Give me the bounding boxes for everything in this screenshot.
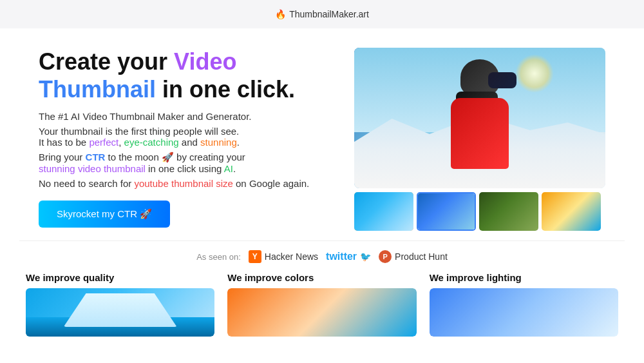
tagline2-comma1: , [118,137,124,148]
tagline4: No need to search for youtube thumbnail … [39,178,328,189]
thumbnail-1[interactable] [354,192,413,231]
feature-lighting-image [430,288,618,337]
tagline2-dot: . [237,137,240,148]
tagline3-dot: . [233,163,236,174]
feature-lighting: We improve lighting [423,272,625,337]
tagline3: Bring your CTR to the moon 🚀 by creating… [39,152,328,174]
feature-quality: We improve quality [19,272,221,337]
main-content: Create your Video Thumbnail in one click… [0,28,644,240]
flame-icon: 🔥 [275,9,286,19]
tagline2-prefix2: It has to be [39,137,89,148]
thumbnail-strip [354,192,605,231]
tagline2-eye-catching: eye-catching [124,137,179,148]
hero-title: Create your Video Thumbnail in one click… [39,48,328,103]
hero-title-thumbnail: Thumbnail [39,76,156,103]
feature-quality-title: We improve quality [26,272,214,283]
climber-figure [438,59,522,175]
hero-left: Create your Video Thumbnail in one click… [39,48,328,231]
hn-text: Hacker News [265,251,318,262]
features-section: We improve quality We improve colors We … [0,272,644,337]
helmet [460,59,499,95]
tagline4-yt-size: youtube thumbnail size [134,178,232,189]
feature-colors-title: We improve colors [227,272,416,283]
tagline3-ai: AI [224,163,233,174]
tagline2-stunning: stunning [200,137,237,148]
tagline3-stunning-video: stunning video thumbnail [39,163,146,174]
producthunt-badge[interactable]: P Product Hunt [379,250,448,263]
helmet-visor [488,72,516,88]
feature-quality-bg [26,288,214,337]
tagline1: The #1 AI Video Thumbnail Maker and Gene… [39,111,328,122]
hero-right [354,48,605,231]
tagline3-prefix: Bring your [39,152,86,162]
hero-title-create: Create your [39,48,174,75]
tagline2: Your thumbnail is the first thing people… [39,126,328,148]
feature-colors-image [227,288,416,337]
as-seen-label: As seen on: [196,252,241,262]
thumb2-scene [418,193,475,230]
hero-title-video: Video [174,48,236,75]
hero-scene [354,48,605,188]
thumbnail-2[interactable] [417,192,476,231]
feature-quality-image [26,288,214,337]
thumb3-scene [479,192,538,231]
cta-button[interactable]: Skyrocket my CTR 🚀 [39,201,170,228]
thumb1-scene [354,192,413,231]
hero-title-rest: in one click. [156,76,295,103]
tagline2-line1: Your thumbnail is the first thing people… [39,126,239,137]
feature-lighting-title: We improve lighting [430,272,618,283]
feature-colors: We improve colors [221,272,422,337]
ph-text: Product Hunt [395,251,448,262]
main-hero-image [354,48,605,188]
thumbnail-4[interactable] [542,192,601,231]
twitter-bird-icon: twitter [326,251,357,262]
tagline3-middle: to the moon 🚀 by creating your [105,152,245,162]
tagline4-prefix: No need to search for [39,178,134,189]
tagline4-suffix: on Google again. [233,178,309,189]
header: 🔥 ThumbnailMaker.art [0,0,644,28]
tagline3-suffix: in one click using [146,163,224,174]
logo[interactable]: 🔥 ThumbnailMaker.art [275,9,369,19]
tagline2-perfect: perfect [89,137,118,148]
thumb4-scene [542,192,601,231]
tagline3-ctr: CTR [86,152,106,162]
thumbnail-3[interactable] [479,192,538,231]
twitter-bird-emoji: 🐦 [360,251,371,262]
twitter-badge[interactable]: twitter 🐦 [326,251,371,262]
logo-text: ThumbnailMaker.art [289,9,369,19]
hn-badge[interactable]: Y Hacker News [249,250,318,263]
tagline2-and: and [179,137,200,148]
jacket [451,98,509,169]
ph-icon: P [379,250,392,263]
as-seen-on-bar: As seen on: Y Hacker News twitter 🐦 P Pr… [19,240,625,272]
hn-icon: Y [249,250,261,263]
